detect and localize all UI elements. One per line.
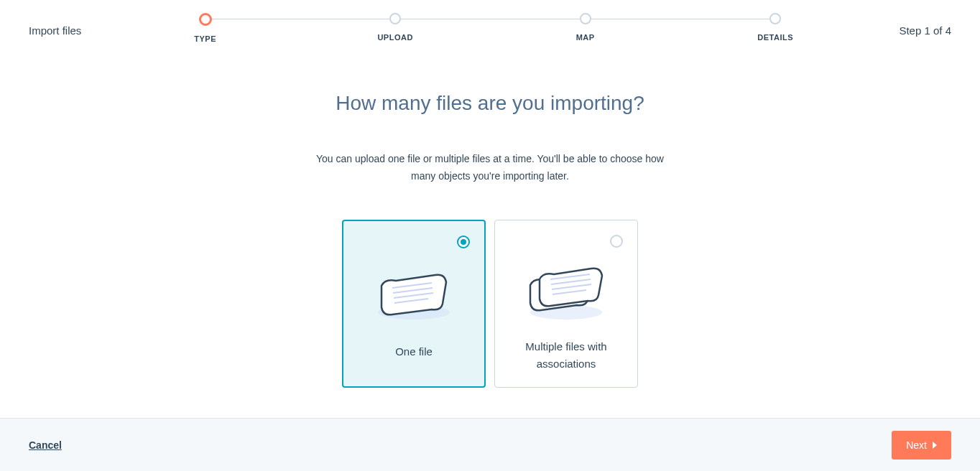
step-circle-icon [580,13,591,24]
step-label: DETAILS [757,33,793,42]
next-button-label: Next [906,439,927,451]
radio-icon [457,236,470,248]
step-circle-icon [199,13,212,26]
card-label: Multiple files with associations [509,338,623,373]
step-label: TYPE [194,34,216,43]
main-title: How many files are you importing? [336,92,644,115]
step-connector-icon [395,19,586,19]
step-upload[interactable]: UPLOAD [300,13,491,42]
footer: Cancel Next [0,418,980,471]
card-one-file[interactable]: One file [342,220,486,388]
files-illustration-icon [519,256,613,324]
option-cards: One file Multiple files with association… [342,220,638,388]
radio-icon [610,235,623,248]
page-label: Import files [29,13,81,37]
file-illustration-icon [367,257,461,329]
cancel-button[interactable]: Cancel [29,439,62,451]
step-label: UPLOAD [377,33,412,42]
step-counter: Step 1 of 4 [899,13,951,37]
radio-inner-icon [461,239,466,245]
step-circle-icon [389,13,401,24]
card-multiple-files[interactable]: Multiple files with associations [494,220,638,388]
step-map[interactable]: MAP [490,13,680,42]
stepper: TYPE UPLOAD MAP DETAILS [110,13,870,43]
main-subtitle: You can upload one file or multiple file… [303,151,677,185]
step-connector-icon [205,19,396,19]
chevron-right-icon [933,442,937,449]
step-label: MAP [576,33,595,42]
step-connector-icon [586,19,776,19]
step-type[interactable]: TYPE [110,13,300,43]
step-circle-icon [769,13,781,24]
card-label: One file [395,343,433,360]
header: Import files TYPE UPLOAD MAP DETAILS Ste… [0,0,980,56]
next-button[interactable]: Next [892,431,951,460]
main-content: How many files are you importing? You ca… [0,56,980,418]
step-details[interactable]: DETAILS [680,13,871,42]
